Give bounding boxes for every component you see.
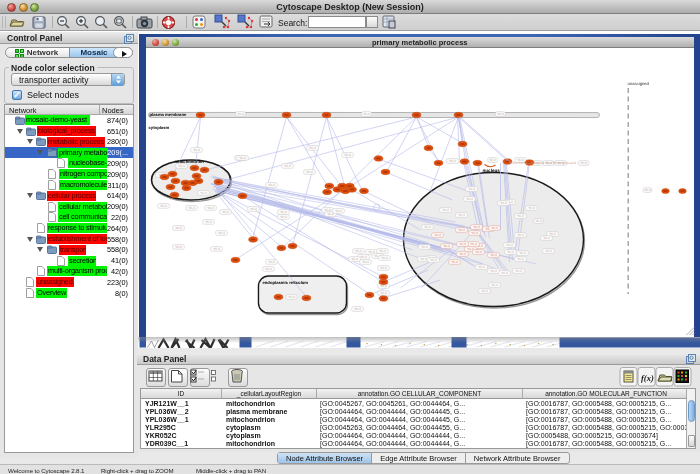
svg-text:Ylr-rl: Ylr-rl: [284, 164, 291, 168]
svg-text:Ylr-rl: Ylr-rl: [442, 208, 449, 212]
svg-text:Ylr-rl: Ylr-rl: [491, 226, 498, 230]
svg-text:Ylr-rl: Ylr-rl: [193, 148, 200, 152]
svg-text:Ylr-rl: Ylr-rl: [213, 247, 220, 251]
svg-text:Ylr-rl: Ylr-rl: [351, 257, 358, 261]
svg-text:Ylr-rl: Ylr-rl: [434, 233, 441, 237]
svg-text:Ylr-rl: Ylr-rl: [458, 228, 465, 232]
svg-text:Ylr-rl: Ylr-rl: [580, 161, 587, 165]
svg-text:Ylr-rl: Ylr-rl: [420, 257, 427, 261]
svg-text:endoplasmic reticulum: endoplasmic reticulum: [262, 280, 308, 285]
svg-text:Ylr-rl: Ylr-rl: [379, 249, 386, 253]
svg-text:unassigned: unassigned: [627, 81, 649, 86]
svg-text:Ylr-rl: Ylr-rl: [519, 251, 526, 255]
svg-text:Ylr-rl: Ylr-rl: [268, 183, 275, 187]
svg-text:Ylr-rl: Ylr-rl: [430, 258, 437, 262]
svg-text:Ylr-rl: Ylr-rl: [471, 231, 478, 235]
svg-text:Ylr-rl: Ylr-rl: [489, 158, 496, 162]
svg-text:Ylr-rl: Ylr-rl: [424, 225, 431, 229]
svg-text:Ylr-rl: Ylr-rl: [466, 197, 473, 201]
svg-text:Ylr-rl: Ylr-rl: [363, 112, 370, 116]
svg-text:Ylr-rl: Ylr-rl: [545, 249, 552, 253]
svg-text:Ylr-rl: Ylr-rl: [506, 243, 513, 247]
svg-text:Ylr-rl: Ylr-rl: [178, 164, 185, 168]
svg-text:Ylr-rl: Ylr-rl: [280, 215, 287, 219]
svg-text:Ylr-rl: Ylr-rl: [501, 271, 508, 275]
svg-text:nucleus: nucleus: [482, 168, 500, 173]
svg-text:Ylr-rl: Ylr-rl: [280, 210, 287, 214]
svg-text:Ylr-rl: Ylr-rl: [381, 256, 388, 260]
svg-text:cytoplasm: cytoplasm: [148, 125, 169, 130]
svg-text:Ylr-rl: Ylr-rl: [517, 257, 524, 261]
svg-text:Ylr-rl: Ylr-rl: [309, 146, 316, 150]
svg-text:Ylr-rl: Ylr-rl: [507, 250, 514, 254]
svg-text:Ylr-rl: Ylr-rl: [468, 187, 475, 191]
svg-text:Ylr-rl: Ylr-rl: [451, 260, 458, 264]
svg-text:Ylr-rl: Ylr-rl: [207, 206, 214, 210]
svg-text:Ylr-rl: Ylr-rl: [188, 206, 195, 210]
svg-text:Ylr-rl: Ylr-rl: [288, 295, 295, 299]
svg-text:Ylr-rl: Ylr-rl: [490, 253, 497, 257]
svg-text:Ylr-rl: Ylr-rl: [458, 213, 465, 217]
svg-text:Ylr-rl: Ylr-rl: [517, 233, 524, 237]
svg-text:Ylr-rl: Ylr-rl: [421, 245, 428, 249]
svg-text:Ylr-rl: Ylr-rl: [200, 191, 207, 195]
svg-text:Ylr-rl: Ylr-rl: [205, 220, 212, 224]
svg-text:Ylr-rl: Ylr-rl: [380, 291, 387, 295]
svg-text:Ylr-rl: Ylr-rl: [239, 156, 246, 160]
svg-text:Ylr-rl: Ylr-rl: [459, 242, 466, 246]
svg-text:YprYdr-YknYflYhr0YgrYpl-aYcl: YprYdr-YknYflYhr0YgrYpl-aYcl: [535, 161, 576, 165]
svg-text:Ylr-rl: Ylr-rl: [265, 267, 272, 271]
svg-text:Ylr-rl: Ylr-rl: [344, 153, 351, 157]
svg-text:Ylr-rl: Ylr-rl: [535, 219, 542, 223]
svg-text:Ylr-rl: Ylr-rl: [237, 112, 244, 116]
svg-text:f(x): f(x): [641, 373, 654, 383]
svg-text:Ylr-rl: Ylr-rl: [517, 214, 524, 218]
svg-text:Ylr-rl: Ylr-rl: [459, 252, 466, 256]
svg-text:Ylr-rl: Ylr-rl: [160, 204, 167, 208]
svg-text:Ylr-rl: Ylr-rl: [475, 250, 482, 254]
svg-text:Ylr-rl: Ylr-rl: [497, 112, 504, 116]
svg-text:Ylr-rl: Ylr-rl: [354, 307, 361, 311]
svg-text:Ylr-rl: Ylr-rl: [218, 231, 225, 235]
svg-text:Ylr-rl: Ylr-rl: [222, 210, 229, 214]
svg-text:Ylr-rl: Ylr-rl: [380, 266, 387, 270]
svg-text:Ylr-rl: Ylr-rl: [306, 170, 313, 174]
svg-text:Ylr-rl: Ylr-rl: [335, 209, 342, 213]
svg-text:Ylr-rl: Ylr-rl: [443, 244, 450, 248]
svg-text:plasma membrane: plasma membrane: [149, 112, 186, 117]
svg-text:Ylr-rl: Ylr-rl: [268, 260, 275, 264]
svg-text:Ylr-rl: Ylr-rl: [491, 283, 498, 287]
svg-text:Ylr-rl: Ylr-rl: [360, 255, 367, 259]
svg-text:Ylr-rl: Ylr-rl: [355, 249, 362, 253]
svg-text:Ylr-rl: Ylr-rl: [470, 242, 477, 246]
svg-text:Ylr-rl: Ylr-rl: [250, 207, 257, 211]
svg-text:Ylr-rl: Ylr-rl: [490, 269, 497, 273]
svg-text:Ylr-rl: Ylr-rl: [481, 289, 488, 293]
svg-text:Ylr-rl: Ylr-rl: [543, 236, 550, 240]
svg-text:Ylr-rl: Ylr-rl: [500, 201, 507, 205]
svg-text:Ylr-rl: Ylr-rl: [362, 260, 369, 264]
svg-text:Ylr-rl: Ylr-rl: [175, 226, 182, 230]
svg-text:Ylr-rl: Ylr-rl: [473, 225, 480, 229]
svg-text:Ylr-rl: Ylr-rl: [644, 188, 651, 192]
svg-text:Ylr-rl: Ylr-rl: [327, 212, 334, 216]
svg-text:Ylr-rl: Ylr-rl: [528, 206, 535, 210]
svg-text:Ylr-rl: Ylr-rl: [449, 159, 456, 163]
svg-text:Ylr-rl: Ylr-rl: [515, 269, 522, 273]
svg-text:YnlYorYdrYal-cYbr: YnlYorYdrYal-cYbr: [509, 161, 534, 165]
svg-text:Ylr-rl: Ylr-rl: [478, 265, 485, 269]
svg-text:Ylr-rl: Ylr-rl: [175, 245, 182, 249]
